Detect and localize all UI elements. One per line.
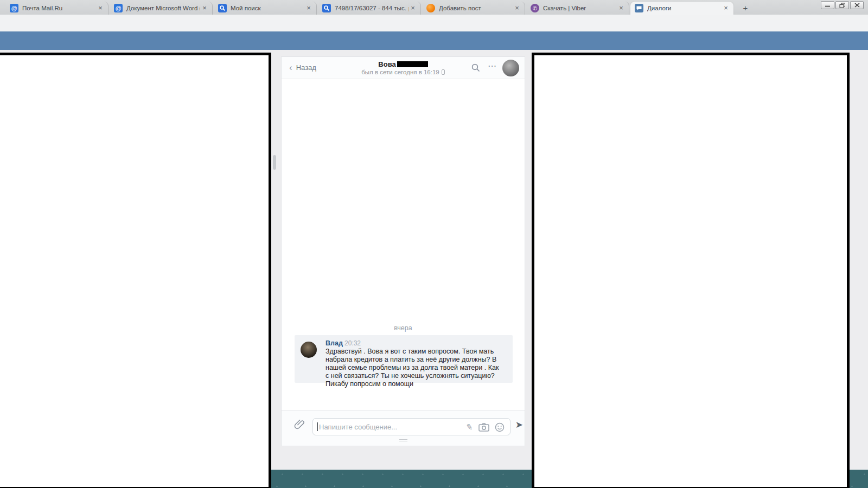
message-author-avatar[interactable] — [301, 342, 317, 358]
tab-title: Скачать | Viber — [543, 5, 617, 11]
tab-my-search[interactable]: Мой поиск × — [214, 2, 317, 15]
tab-vk-dialogs-active[interactable]: Диалоги × — [630, 2, 733, 15]
graffiti-pen-icon[interactable]: ✎ — [465, 422, 474, 433]
right-redaction-overlay — [532, 53, 850, 488]
close-icon[interactable]: × — [617, 4, 626, 12]
close-icon[interactable]: × — [200, 4, 209, 12]
tab-title: Мой поиск — [231, 5, 304, 11]
tab-title: Диалоги — [647, 5, 722, 11]
message-composer: Напишите сообщение... ✎ ➤ — [282, 410, 525, 446]
viber-favicon: ✆ — [531, 4, 539, 12]
input-placeholder: Напишите сообщение... — [319, 423, 397, 431]
close-icon[interactable]: × — [96, 4, 105, 12]
peer-name[interactable]: Вова — [378, 60, 395, 68]
close-icon[interactable]: × — [304, 4, 313, 12]
tab-search-results[interactable]: 7498/17/63027 - 844 тыс. резул × — [318, 2, 421, 15]
chat-header: ‹ Назад Вова был в сети сегодня в 16:19 … — [282, 57, 525, 79]
close-window-button[interactable] — [850, 1, 864, 9]
text-caret — [317, 422, 318, 431]
pikabu-favicon — [426, 4, 435, 12]
close-icon[interactable]: × — [722, 4, 730, 12]
minimize-button[interactable] — [821, 1, 834, 9]
tab-title: Почта Mail.Ru — [22, 5, 96, 11]
chat-panel: ‹ Назад Вова был в сети сегодня в 16:19 … — [281, 56, 525, 446]
close-icon[interactable]: × — [409, 4, 417, 12]
mobile-phone-icon — [442, 69, 445, 75]
tab-title: Документ Microsoft Word (3).do — [126, 5, 200, 11]
message-input[interactable]: Напишите сообщение... ✎ — [312, 418, 510, 435]
redaction-bar — [397, 61, 428, 67]
tab-word-document[interactable]: @ Документ Microsoft Word (3).do × — [110, 2, 213, 15]
tab-mailru[interactable]: @ Почта Mail.Ru × — [5, 2, 108, 15]
close-icon[interactable]: × — [513, 4, 521, 12]
message-time: 20:32 — [344, 339, 361, 347]
composer-resize-handle[interactable] — [399, 439, 407, 441]
message-text: Здравствуй . Вова я вот с таким вопросом… — [326, 348, 500, 388]
mailru-favicon: @ — [114, 4, 123, 12]
scrollbar-thumb[interactable] — [273, 155, 276, 170]
tab-title: Добавить пост — [439, 5, 513, 11]
tab-title: 7498/17/63027 - 844 тыс. резул — [335, 5, 409, 11]
vk-top-header: VK Поиск ♫ ▶ ▶ Влад — [0, 31, 868, 50]
message-author-name[interactable]: Влад — [326, 339, 343, 347]
attach-paperclip-icon[interactable] — [293, 419, 305, 431]
new-tab-button[interactable]: + — [738, 3, 753, 14]
left-redaction-overlay — [0, 53, 271, 488]
browser-toolbar: https://vk.com/im?sel=153832502 ABP 2 ! — [0, 15, 868, 31]
mailru-favicon: @ — [10, 4, 18, 12]
message-unread-block[interactable]: Влад 20:32 Здравствуй . Вова я вот с так… — [295, 335, 513, 383]
browser-tab-bar: @ Почта Mail.Ru × @ Документ Microsoft W… — [0, 0, 868, 15]
window-controls — [820, 1, 864, 9]
vk-favicon — [635, 4, 643, 12]
tab-viber-download[interactable]: ✆ Скачать | Viber × — [526, 2, 629, 15]
search-favicon — [322, 4, 331, 12]
emoji-smiley-icon[interactable] — [495, 422, 505, 432]
chat-search-icon[interactable] — [471, 63, 480, 72]
camera-icon[interactable] — [478, 423, 489, 432]
search-favicon — [218, 4, 227, 12]
send-message-icon[interactable]: ➤ — [515, 419, 523, 431]
date-divider: вчера — [282, 324, 525, 332]
tab-pikabu-add-post[interactable]: Добавить пост × — [422, 2, 525, 15]
restore-button[interactable] — [835, 1, 849, 9]
peer-avatar[interactable] — [502, 60, 519, 76]
chat-menu-dots-icon[interactable]: ⋯ — [488, 61, 497, 71]
